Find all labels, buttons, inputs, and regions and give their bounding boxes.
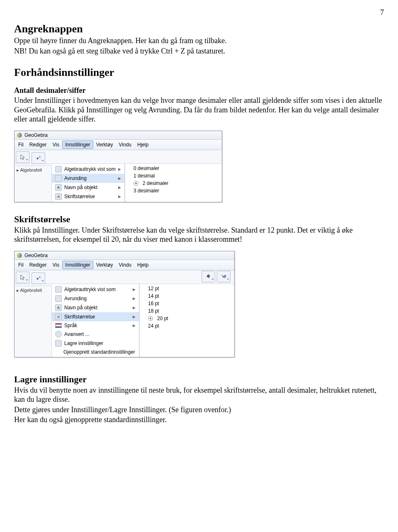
menu-bar-2[interactable]: Fil Rediger Vis Innstillinger Verktøy Vi… — [15, 260, 234, 270]
page-number: 7 — [14, 8, 384, 17]
para-lagre-1: Hvis du vil benytte noen av innstillinge… — [14, 386, 384, 404]
para-angre-2: NB! Du kan også gå ett steg tilbake ved … — [14, 46, 384, 56]
menu-fil[interactable]: Fil — [15, 261, 27, 269]
para-lagre-2: Dette gjøres under Innstillinger/Lagre I… — [14, 405, 384, 415]
menu-innstillinger[interactable]: Innstillinger — [62, 261, 93, 269]
menu-item-sprak[interactable]: Språk▶ — [52, 321, 139, 330]
rounding-icon — [55, 175, 62, 182]
menu-verktoy[interactable]: Verktøy — [93, 261, 116, 269]
gear-icon — [55, 331, 62, 338]
font-icon: A — [55, 313, 62, 320]
menu-verktoy[interactable]: Verktøy — [93, 141, 116, 149]
menu-rediger[interactable]: Rediger — [27, 261, 50, 269]
save-icon — [55, 340, 62, 347]
para-desimaler: Under Innstillinger i hovedmenyen kan du… — [14, 96, 384, 124]
submenu-skriftstorrelse: 12 pt 14 pt 16 pt 18 pt 20 pt 24 pt — [139, 284, 181, 357]
para-angre-1: Oppe til høyre finner du Angreknappen. H… — [14, 36, 384, 46]
heading-angreknappen: Angreknappen — [14, 23, 384, 35]
menu-item-lagre[interactable]: Lagre innstillinger — [52, 339, 139, 348]
radio-selected-icon — [148, 316, 153, 321]
menu-hjelp[interactable]: Hjelp — [134, 261, 151, 269]
option-18pt[interactable]: 18 pt — [140, 307, 181, 315]
rounding-icon — [55, 295, 62, 302]
formula-icon — [55, 286, 62, 293]
option-12pt[interactable]: 12 pt — [140, 285, 181, 292]
dropdown-innstillinger: Algebrauttrykk vist som▶ Avrunding▶ ANav… — [52, 164, 125, 202]
option-2-desimaler[interactable]: 2 desimaler — [125, 180, 173, 187]
formula-icon — [55, 166, 62, 172]
window-title-bar-2: GeoGebra — [15, 251, 234, 260]
tool-properties[interactable] — [217, 271, 231, 282]
option-1-desimal[interactable]: 1 desimal — [125, 172, 173, 180]
heading-skriftstorrelse: Skriftstørrelse — [14, 214, 384, 225]
menu-rediger[interactable]: Rediger — [27, 141, 50, 149]
option-20pt[interactable]: 20 pt — [140, 315, 181, 322]
submenu-avrunding: 0 desimaler 1 desimal 2 desimaler 3 desi… — [125, 164, 173, 202]
menu-item-avansert[interactable]: Avansert ... — [52, 330, 139, 339]
menu-item-algebrauttrykk[interactable]: Algebrauttrykk vist som▶ — [52, 285, 139, 294]
tool-point[interactable]: ●A — [32, 272, 45, 284]
option-14pt[interactable]: 14 pt — [140, 292, 181, 300]
menu-vis[interactable]: Vis — [50, 261, 62, 269]
menu-fil[interactable]: Fil — [15, 141, 27, 149]
menu-item-skriftstorrelse[interactable]: ASkriftstørrelse▶ — [52, 312, 139, 321]
heading-forhand: Forhåndsinnstillinger — [14, 66, 384, 79]
menu-item-avrunding[interactable]: Avrunding▶ — [52, 294, 139, 303]
tool-pointer[interactable] — [16, 151, 29, 163]
para-lagre-3: Her kan du også gjenopprette standardinn… — [14, 415, 384, 425]
label-icon: A — [55, 184, 62, 191]
font-icon: A — [55, 193, 62, 200]
option-3-desimaler[interactable]: 3 desimaler — [125, 187, 173, 194]
window-title-bar: GeoGebra — [15, 131, 222, 140]
menu-hjelp[interactable]: Hjelp — [134, 141, 151, 149]
algebra-panel-label-2: ▸ Algebrafelt — [15, 286, 51, 295]
menu-vindu[interactable]: Vindu — [116, 261, 134, 269]
menu-item-gjenopprett[interactable]: Gjenopprett standardinnstillinger — [52, 348, 139, 356]
geogebra-logo-icon — [17, 253, 22, 258]
heading-lagre: Lagre innstillinger — [14, 374, 384, 385]
tool-point[interactable]: ●A — [32, 152, 45, 164]
menu-bar[interactable]: Fil Rediger Vis Innstillinger Verktøy Vi… — [15, 140, 222, 150]
screenshot-avrunding: GeoGebra Fil Rediger Vis Innstillinger V… — [14, 131, 384, 202]
menu-item-skriftstorrelse[interactable]: ASkriftstørrelse▶ — [52, 192, 124, 201]
screenshot-skriftstorrelse: GeoGebra Fil Rediger Vis Innstillinger V… — [14, 251, 384, 357]
flag-icon — [55, 323, 62, 328]
menu-item-navn[interactable]: ANavn på objekt▶ — [52, 303, 139, 312]
option-24pt[interactable]: 24 pt — [140, 322, 181, 330]
window-title: GeoGebra — [24, 132, 48, 138]
tool-move-view[interactable]: ✥ — [201, 271, 215, 282]
geogebra-logo-icon — [17, 133, 22, 138]
algebra-panel-label: ▸ Algebrafelt — [15, 165, 51, 175]
menu-vindu[interactable]: Vindu — [116, 141, 134, 149]
tool-pointer[interactable] — [16, 272, 29, 283]
menu-item-avrunding[interactable]: Avrunding▶ — [52, 174, 124, 183]
subheading-desimaler: Antall desimaler/siffer — [14, 86, 384, 95]
menu-item-algebrauttrykk[interactable]: Algebrauttrykk vist som▶ — [52, 165, 124, 174]
menu-innstillinger[interactable]: Innstillinger — [62, 141, 93, 149]
menu-vis[interactable]: Vis — [50, 141, 62, 149]
option-0-desimaler[interactable]: 0 desimaler — [125, 165, 173, 172]
radio-selected-icon — [133, 181, 138, 186]
menu-item-navn[interactable]: ANavn på objekt▶ — [52, 183, 124, 192]
para-skrift: Klikk på Innstillinger. Under Skriftstør… — [14, 226, 384, 244]
label-icon: A — [55, 304, 62, 311]
window-title-2: GeoGebra — [24, 253, 48, 258]
option-16pt[interactable]: 16 pt — [140, 300, 181, 307]
dropdown-innstillinger-2: Algebrauttrykk vist som▶ Avrunding▶ ANav… — [52, 284, 139, 357]
